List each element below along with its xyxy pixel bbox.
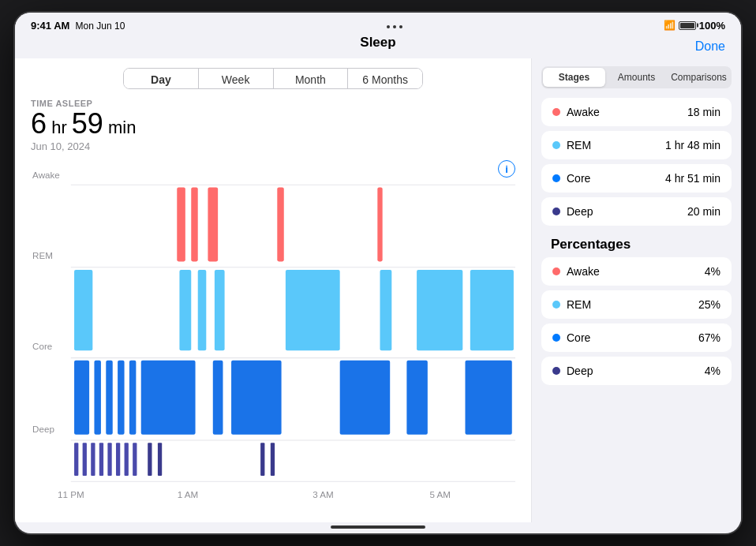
svg-rect-22 (286, 270, 340, 350)
home-indicator (331, 525, 425, 529)
tab-6months[interactable]: 6 Months (348, 69, 422, 88)
seg-tab-amounts[interactable]: Amounts (605, 68, 668, 87)
stage-item-deep: Deep 20 min (541, 197, 732, 226)
seg-tab-stages[interactable]: Stages (543, 68, 605, 87)
core-dot (552, 174, 560, 182)
chart-area: i Awake REM Core Deep (31, 160, 515, 514)
battery-level: 100% (699, 20, 725, 32)
status-center (387, 23, 402, 28)
svg-rect-42 (116, 443, 120, 477)
svg-rect-45 (148, 443, 152, 477)
deep-dot (552, 208, 560, 215)
svg-rect-15 (208, 188, 218, 262)
svg-rect-26 (74, 361, 89, 435)
svg-text:REM: REM (32, 252, 53, 261)
svg-text:5 AM: 5 AM (429, 491, 450, 500)
svg-rect-33 (231, 361, 282, 435)
tab-week[interactable]: Week (199, 69, 274, 88)
svg-rect-43 (125, 443, 129, 477)
sleep-chart: Awake REM Core Deep 11 PM (31, 160, 515, 507)
svg-text:Deep: Deep (32, 424, 54, 434)
svg-rect-19 (179, 270, 191, 350)
seg-tab-comparisons[interactable]: Comparisons (668, 68, 730, 87)
svg-rect-13 (177, 188, 185, 262)
svg-rect-46 (158, 443, 162, 477)
svg-text:3 AM: 3 AM (313, 491, 333, 500)
right-panel: Stages Amounts Comparisons Awake 18 min (532, 58, 741, 522)
svg-rect-24 (417, 270, 462, 350)
deep-value: 20 min (687, 205, 720, 218)
status-bar: 9:41 AM Mon Jun 10 📶 100% (15, 13, 741, 35)
svg-rect-39 (91, 443, 95, 477)
period-tabs: Day Week Month 6 Months (123, 68, 423, 89)
pct-item-rem: REM 25% (541, 290, 732, 319)
page-title: Sleep (15, 35, 741, 50)
pct-rem-dot (552, 301, 560, 309)
core-label: Core (567, 172, 590, 185)
rem-value: 1 hr 48 min (665, 139, 720, 151)
pct-awake-value: 4% (705, 265, 720, 278)
sleep-minutes: 59 (72, 107, 103, 140)
time-asleep-label: TIME ASLEEP (31, 99, 515, 108)
svg-text:1 AM: 1 AM (178, 491, 198, 500)
wifi-icon: 📶 (664, 20, 676, 31)
sleep-summary: TIME ASLEEP 6 hr 59 min Jun 10, 2024 (31, 99, 515, 153)
svg-rect-18 (74, 270, 92, 350)
pct-deep-dot (552, 367, 560, 375)
pct-core-value: 67% (698, 331, 720, 344)
svg-rect-14 (191, 188, 197, 262)
segment-tabs: Stages Amounts Comparisons (541, 66, 732, 88)
rem-label: REM (567, 139, 591, 151)
svg-rect-34 (340, 361, 391, 435)
stage-item-awake: Awake 18 min (541, 98, 732, 126)
ipad-frame: 9:41 AM Mon Jun 10 📶 100% Sleep Done Day… (15, 13, 741, 533)
svg-rect-23 (380, 270, 392, 350)
awake-value: 18 min (687, 106, 720, 118)
battery-icon (679, 21, 696, 30)
svg-rect-21 (215, 270, 225, 350)
svg-rect-38 (83, 443, 87, 477)
pct-rem-label: REM (567, 298, 591, 311)
tab-month[interactable]: Month (274, 69, 349, 88)
status-right: 📶 100% (664, 20, 725, 32)
svg-rect-20 (198, 270, 207, 350)
pct-item-deep: Deep 4% (541, 357, 732, 385)
svg-text:Core: Core (32, 342, 52, 352)
svg-text:Awake: Awake (32, 170, 60, 180)
stage-item-rem: REM 1 hr 48 min (541, 131, 732, 159)
pct-awake-dot (552, 267, 560, 275)
svg-rect-32 (213, 361, 223, 435)
svg-rect-41 (107, 443, 111, 477)
svg-rect-35 (406, 361, 427, 435)
hr-unit: hr (47, 118, 72, 137)
status-time: 9:41 AM Mon Jun 10 (31, 20, 125, 32)
svg-rect-37 (74, 443, 78, 477)
svg-rect-25 (470, 270, 514, 350)
tab-day[interactable]: Day (124, 69, 199, 88)
pct-core-label: Core (567, 331, 590, 344)
svg-rect-31 (141, 361, 196, 435)
stages-list: Awake 18 min REM 1 hr 48 min (532, 98, 741, 514)
sleep-date: Jun 10, 2024 (31, 140, 515, 152)
deep-label: Deep (567, 205, 593, 218)
pct-deep-label: Deep (567, 365, 593, 377)
min-unit: min (103, 118, 137, 137)
svg-rect-17 (377, 188, 382, 262)
done-button[interactable]: Done (695, 39, 725, 54)
sleep-time: 6 hr 59 min (31, 108, 515, 140)
core-value: 4 hr 51 min (665, 172, 720, 185)
svg-rect-48 (271, 443, 275, 477)
percentages-header: Percentages (541, 230, 732, 257)
chart-container: Awake REM Core Deep 11 PM (31, 160, 515, 507)
pct-item-awake: Awake 4% (541, 257, 732, 286)
pct-core-dot (552, 334, 560, 342)
svg-rect-47 (260, 443, 264, 477)
svg-rect-40 (99, 443, 103, 477)
awake-dot (552, 108, 560, 116)
pct-rem-value: 25% (698, 298, 720, 311)
pct-awake-label: Awake (567, 265, 600, 278)
svg-rect-30 (129, 361, 136, 435)
rem-dot (552, 141, 560, 149)
svg-rect-27 (94, 361, 100, 435)
awake-label: Awake (567, 106, 600, 118)
